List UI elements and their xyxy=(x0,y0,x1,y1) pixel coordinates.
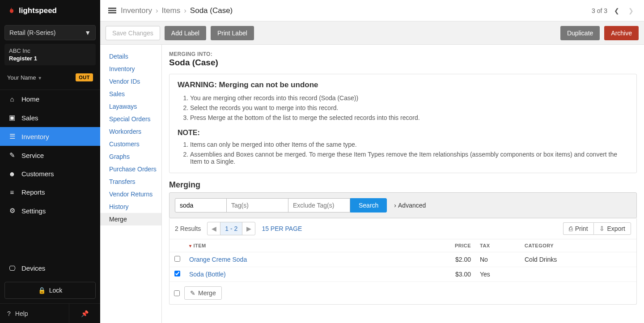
nav-home[interactable]: ⌂Home xyxy=(0,90,100,108)
merge-icon: ✎ xyxy=(190,289,195,297)
print-button[interactable]: ⎙Print xyxy=(563,222,593,235)
nav-customers-label: Customers xyxy=(21,170,54,178)
search-bar: Search ›Advanced xyxy=(169,192,637,218)
chevron-right-icon: › xyxy=(156,6,158,15)
org-box[interactable]: ABC Inc Register 1 xyxy=(4,44,96,65)
nav-reports[interactable]: ≡Reports xyxy=(0,183,100,201)
brand-name: lightspeed xyxy=(19,6,57,15)
nav-devices-label: Devices xyxy=(21,264,45,272)
product-selector[interactable]: Retail (R-Series) ▼ xyxy=(4,25,96,40)
col-price[interactable]: PRICE xyxy=(440,239,475,252)
results-count: 2 Results xyxy=(175,225,201,232)
nav-devices[interactable]: 🖵Devices xyxy=(0,259,100,277)
gear-icon: ⚙ xyxy=(8,207,16,215)
table-row: Orange Creme Soda $2.00 No Cold Drinks xyxy=(169,252,636,267)
topbar: Inventory › Items › Soda (Case) 3 of 3 ❮… xyxy=(100,0,644,21)
pin-button[interactable]: 📌 xyxy=(69,304,100,323)
prev-record-button[interactable]: ❮ xyxy=(612,6,622,16)
nav-sales-label: Sales xyxy=(21,114,38,122)
nav-settings[interactable]: ⚙Settings xyxy=(0,201,100,220)
help-button[interactable]: ?Help xyxy=(0,304,69,323)
crumb-items[interactable]: Items xyxy=(162,6,181,15)
col-item[interactable]: ITEM xyxy=(185,239,440,252)
lock-label: Lock xyxy=(49,287,63,294)
lock-button[interactable]: 🔒Lock xyxy=(4,282,96,299)
pager-next[interactable]: ▶ xyxy=(242,222,255,235)
merge-button[interactable]: ✎Merge xyxy=(184,286,222,300)
next-record-button: ❯ xyxy=(626,6,636,16)
cell-tax: No xyxy=(475,252,520,267)
warning-list: You are merging other records into this … xyxy=(190,93,628,123)
search-input[interactable] xyxy=(175,198,227,212)
flame-icon xyxy=(7,6,16,15)
main: Inventory › Items › Soda (Case) 3 of 3 ❮… xyxy=(100,0,644,323)
pager-range[interactable]: 1 - 2 xyxy=(220,222,242,235)
devices-icon: 🖵 xyxy=(8,264,16,272)
advanced-link[interactable]: ›Advanced xyxy=(394,202,426,209)
subnav-vendor-returns[interactable]: Vendor Returns xyxy=(100,188,161,200)
search-button[interactable]: Search xyxy=(350,198,387,212)
col-category[interactable]: CATEGORY xyxy=(520,239,636,252)
help-label: Help xyxy=(15,310,28,317)
merging-section-title: Merging xyxy=(169,180,637,190)
print-icon: ⎙ xyxy=(569,225,572,232)
archive-button[interactable]: Archive xyxy=(604,26,639,40)
cell-price: $3.00 xyxy=(440,267,475,282)
subnav-inventory[interactable]: Inventory xyxy=(100,63,161,75)
row-checkbox[interactable] xyxy=(174,271,180,276)
subnav-customers[interactable]: Customers xyxy=(100,138,161,150)
row-checkbox[interactable] xyxy=(174,256,180,262)
select-all-checkbox[interactable] xyxy=(174,290,180,296)
item-link[interactable]: Orange Creme Soda xyxy=(189,256,247,263)
user-row[interactable]: Your Name ▼ OUT xyxy=(4,70,96,85)
subnav-history[interactable]: History xyxy=(100,200,161,213)
note-title: NOTE: xyxy=(178,129,628,137)
nav-service-label: Service xyxy=(21,152,44,159)
out-badge[interactable]: OUT xyxy=(76,73,93,81)
nav-customers[interactable]: ☻Customers xyxy=(0,165,100,183)
warn-item: Select the records you want to merge int… xyxy=(190,103,628,113)
nav-sales[interactable]: ▣Sales xyxy=(0,108,100,127)
col-tax[interactable]: TAX xyxy=(475,239,520,252)
subnav-sales[interactable]: Sales xyxy=(100,88,161,100)
main-nav: ⌂Home ▣Sales ☰Inventory ✎Service ☻Custom… xyxy=(0,89,100,220)
add-label-button[interactable]: Add Label xyxy=(165,26,206,40)
subnav-purchase-orders[interactable]: Purchase Orders xyxy=(100,163,161,175)
item-link[interactable]: Soda (Bottle) xyxy=(189,271,226,278)
subnav-workorders[interactable]: Workorders xyxy=(100,125,161,138)
nav-inventory[interactable]: ☰Inventory xyxy=(0,127,100,146)
tags-input[interactable] xyxy=(227,198,288,212)
cell-price: $2.00 xyxy=(440,252,475,267)
table-row: Soda (Bottle) $3.00 Yes xyxy=(169,267,636,282)
pager: ◀ 1 - 2 ▶ xyxy=(207,222,255,235)
pager-prev[interactable]: ◀ xyxy=(208,222,220,235)
subnav-details[interactable]: Details xyxy=(100,50,161,63)
subnav-vendor-ids[interactable]: Vendor IDs xyxy=(100,75,161,88)
crumb-current: Soda (Case) xyxy=(190,6,233,15)
svg-rect-0 xyxy=(108,8,116,9)
exclude-tags-input[interactable] xyxy=(288,198,350,212)
merge-header: MERGING INTO: Soda (Case) xyxy=(169,51,637,68)
crumb-inventory[interactable]: Inventory xyxy=(121,6,152,15)
item-subnav: Details Inventory Vendor IDs Sales Layaw… xyxy=(100,45,162,323)
print-label: Print xyxy=(575,225,588,232)
note-item: Items can only be merged into other Item… xyxy=(190,140,628,149)
duplicate-button[interactable]: Duplicate xyxy=(560,26,600,40)
nav-settings-label: Settings xyxy=(21,207,46,215)
export-button[interactable]: ⇩Export xyxy=(593,222,631,235)
print-label-button[interactable]: Print Label xyxy=(211,26,254,40)
subnav-merge[interactable]: Merge xyxy=(100,213,161,225)
nav-service[interactable]: ✎Service xyxy=(0,146,100,165)
warning-title: WARNING: Merging can not be undone xyxy=(178,81,628,89)
subnav-graphs[interactable]: Graphs xyxy=(100,150,161,163)
per-page-link[interactable]: 15 PER PAGE xyxy=(262,225,302,232)
company-name: ABC Inc xyxy=(9,47,91,54)
chart-icon: ≡ xyxy=(8,188,16,196)
chevron-right-icon: › xyxy=(184,6,186,15)
subnav-layaways[interactable]: Layaways xyxy=(100,100,161,113)
merging-into-label: MERGING INTO: xyxy=(169,51,637,57)
subnav-special-orders[interactable]: Special Orders xyxy=(100,113,161,125)
warn-item: Press Merge at the bottom of the list to… xyxy=(190,113,628,123)
cell-category: Cold Drinks xyxy=(520,252,636,267)
subnav-transfers[interactable]: Transfers xyxy=(100,175,161,188)
